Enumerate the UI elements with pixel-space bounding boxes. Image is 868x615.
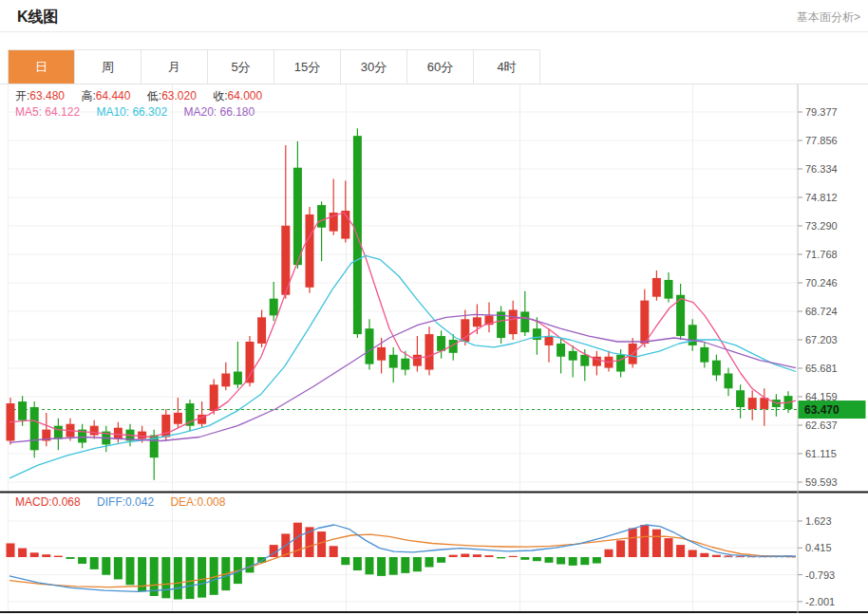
candle-body <box>748 398 757 409</box>
open-value: 63.480 <box>29 89 65 102</box>
high-label: 高: <box>81 89 95 102</box>
candle-body <box>366 328 374 363</box>
macd-bar <box>425 557 434 568</box>
macd-bar <box>616 540 625 557</box>
macd-bar <box>605 550 613 557</box>
pane-divider <box>0 492 868 494</box>
candle-body <box>234 372 242 385</box>
macd-bar <box>366 557 374 574</box>
diff-label: DIFF: <box>97 495 125 509</box>
macd-bar <box>161 557 170 598</box>
candle-body <box>18 401 27 420</box>
candle-body <box>138 432 146 439</box>
candle-body <box>210 384 218 411</box>
ma10-label: MA10: <box>96 105 129 119</box>
macd-info-row: MACD:0.068 DIFF:0.042 DEA:0.008 <box>15 495 238 509</box>
tabbar-bottom-border <box>0 84 868 84</box>
main-axis-label: 77.856 <box>805 135 838 146</box>
macd-bar <box>580 557 589 565</box>
candle-body <box>257 317 266 344</box>
candle-body <box>569 351 577 361</box>
dea-label: DEA: <box>170 495 197 509</box>
main-axis-label: 68.724 <box>805 306 838 317</box>
main-axis-label: 76.334 <box>805 163 838 175</box>
fundamental-analysis-link[interactable]: 基本面分析> <box>797 9 860 26</box>
macd-bar <box>389 557 398 575</box>
page-title: K线图 <box>17 8 59 28</box>
tab-week[interactable]: 周 <box>75 50 142 84</box>
macd-bar <box>54 556 63 557</box>
macd-bar <box>126 557 135 585</box>
macd-bar <box>629 529 637 557</box>
candle-body <box>700 347 708 363</box>
macd-axis-label: 0.415 <box>805 542 832 553</box>
chart-bottom-border <box>0 611 868 613</box>
candle-body <box>520 311 529 332</box>
macd-bar <box>712 555 721 557</box>
candle-body <box>652 278 661 297</box>
tab-4hour[interactable]: 4时 <box>474 50 540 84</box>
macd-bar <box>437 557 445 563</box>
tab-5min[interactable]: 5分 <box>208 50 274 84</box>
main-axis-label: 79.377 <box>805 106 838 118</box>
candle-body <box>665 280 673 299</box>
macd-bar <box>449 555 458 557</box>
main-axis-label: 59.593 <box>805 476 838 488</box>
candle-body <box>413 355 422 366</box>
tab-15min[interactable]: 15分 <box>274 50 341 84</box>
macd-bar <box>545 557 554 563</box>
main-axis-label: 70.246 <box>805 277 838 289</box>
candle-body <box>689 325 697 345</box>
macd-bar <box>102 557 110 575</box>
macd-bar <box>90 557 99 569</box>
macd-bar <box>198 557 206 598</box>
macd-bar <box>497 557 505 558</box>
tab-day[interactable]: 日 <box>9 50 75 84</box>
candle-body <box>293 168 302 265</box>
candle-body <box>425 334 434 369</box>
ma20-label: MA20: <box>183 105 217 119</box>
macd-bar <box>317 531 326 557</box>
main-axis-label: 65.681 <box>805 363 838 374</box>
candle-body <box>317 205 326 228</box>
candle-body <box>580 355 589 366</box>
header-divider <box>0 31 868 32</box>
candle-body <box>545 336 554 345</box>
candle-body <box>377 347 386 361</box>
macd-bar <box>114 557 123 579</box>
candle-body <box>616 355 625 372</box>
macd-bar <box>569 557 577 566</box>
ma10-value: 66.302 <box>132 105 167 119</box>
macd-bar <box>7 543 15 557</box>
main-axis-label: 71.768 <box>805 249 838 260</box>
candle-body <box>54 426 63 439</box>
macd-bar <box>652 530 661 557</box>
diff-value: 0.042 <box>125 495 154 509</box>
macd-axis-label: 1.623 <box>805 515 832 527</box>
candle-body <box>461 319 469 342</box>
macd-label: MACD: <box>15 495 52 509</box>
candle-body <box>557 344 565 357</box>
candle-body <box>246 342 255 382</box>
main-axis-label: 61.115 <box>805 448 837 459</box>
ma5-label: MA5: <box>15 105 42 119</box>
tab-month[interactable]: 月 <box>142 50 208 84</box>
macd-bar <box>174 557 182 600</box>
macd-bar <box>341 557 349 565</box>
macd-bar <box>377 557 386 576</box>
candle-body <box>509 309 518 334</box>
macd-bar <box>473 554 481 557</box>
candle-body <box>221 373 230 386</box>
main-axis-label: 74.812 <box>805 192 838 203</box>
candle-body <box>401 359 409 370</box>
macd-bar <box>665 538 673 557</box>
macd-bar <box>30 552 39 557</box>
current-price-badge-label: 63.470 <box>804 403 840 417</box>
tab-60min[interactable]: 60分 <box>407 50 474 84</box>
ma5-value: 64.122 <box>45 105 80 119</box>
kline-app: { "header": { "title": "K线图", "link": "基… <box>0 0 868 615</box>
macd-bar <box>640 525 649 557</box>
dea-value: 0.008 <box>197 495 225 509</box>
macd-axis-label: -2.001 <box>805 596 835 607</box>
tab-30min[interactable]: 30分 <box>341 50 407 84</box>
